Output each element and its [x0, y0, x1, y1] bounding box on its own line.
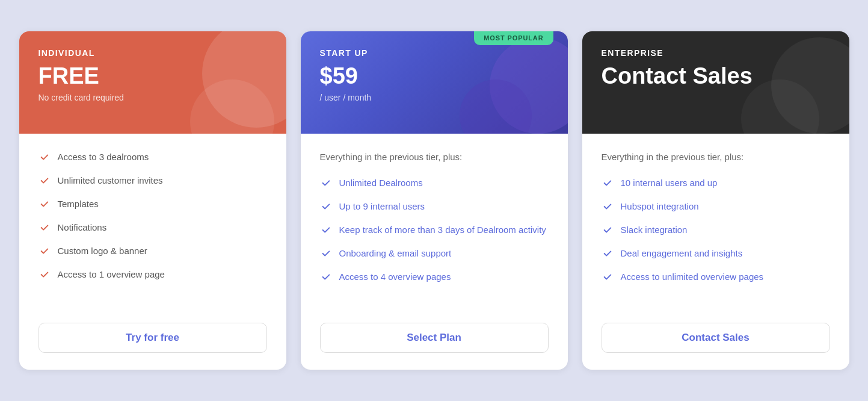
check-icon: [38, 269, 51, 281]
feature-text: Hubspot integration: [621, 200, 699, 213]
list-item: Slack integration: [602, 223, 830, 236]
check-icon: [38, 175, 51, 187]
enterprise-intro: Everything in the previous tier, plus:: [602, 151, 830, 164]
list-item: Access to 1 overview page: [38, 268, 267, 281]
list-item: Hubspot integration: [602, 200, 830, 213]
list-item: Templates: [38, 197, 267, 210]
feature-text: Access to unlimited overview pages: [621, 270, 764, 283]
feature-text: Custom logo & banner: [58, 244, 147, 257]
feature-text: 10 internal users and up: [621, 176, 718, 189]
feature-text: Deal engagement and insights: [621, 247, 743, 260]
feature-text: Access to 4 overview pages: [339, 270, 451, 283]
startup-feature-list: Unlimited DealroomsUp to 9 internal user…: [320, 176, 549, 294]
most-popular-badge: MOST POPULAR: [474, 31, 553, 45]
startup-price: $59: [320, 64, 549, 89]
individual-header: INDIVIDUALFREENo credit card required: [19, 31, 286, 134]
individual-tier-label: INDIVIDUAL: [38, 48, 267, 58]
check-icon: [38, 245, 51, 257]
plan-card-individual: INDIVIDUALFREENo credit card requiredAcc…: [19, 31, 286, 370]
list-item: Custom logo & banner: [38, 244, 267, 257]
individual-feature-list: Access to 3 dealroomsUnlimited customer …: [38, 151, 267, 294]
plan-card-startup: MOST POPULARSTART UP$59/ user / monthEve…: [301, 31, 568, 370]
individual-price-sub: No credit card required: [38, 93, 267, 102]
startup-header: MOST POPULARSTART UP$59/ user / month: [301, 31, 568, 134]
enterprise-price: Contact Sales: [602, 64, 830, 89]
list-item: Deal engagement and insights: [602, 247, 830, 260]
feature-text: Templates: [58, 197, 99, 210]
feature-text: Slack integration: [621, 223, 688, 236]
feature-text: Onboarding & email support: [339, 247, 452, 260]
feature-text: Notifications: [58, 221, 107, 234]
check-icon: [38, 222, 51, 234]
individual-body: Access to 3 dealroomsUnlimited customer …: [19, 134, 286, 311]
individual-price: FREE: [38, 64, 267, 89]
check-icon: [602, 200, 614, 213]
pricing-container: INDIVIDUALFREENo credit card requiredAcc…: [19, 31, 849, 370]
feature-text: Unlimited Dealrooms: [339, 176, 423, 189]
list-item: Onboarding & email support: [320, 247, 549, 260]
feature-text: Access to 3 dealrooms: [58, 151, 149, 163]
individual-cta-button[interactable]: Try for free: [38, 323, 267, 353]
list-item: Access to 3 dealrooms: [38, 151, 267, 163]
startup-body: Everything in the previous tier, plus:Un…: [301, 134, 568, 311]
check-icon: [602, 271, 614, 283]
enterprise-body: Everything in the previous tier, plus:10…: [582, 134, 849, 311]
enterprise-header: ENTERPRISEContact Sales: [582, 31, 849, 134]
startup-tier-label: START UP: [320, 48, 549, 58]
list-item: Access to 4 overview pages: [320, 270, 549, 283]
enterprise-cta-button[interactable]: Contact Sales: [602, 323, 830, 353]
list-item: 10 internal users and up: [602, 176, 830, 189]
check-icon: [38, 151, 51, 163]
check-icon: [38, 198, 51, 210]
feature-text: Up to 9 internal users: [339, 200, 425, 213]
enterprise-feature-list: 10 internal users and upHubspot integrat…: [602, 176, 830, 294]
list-item: Access to unlimited overview pages: [602, 270, 830, 283]
startup-footer: Select Plan: [301, 311, 568, 370]
list-item: Notifications: [38, 221, 267, 234]
check-icon: [320, 271, 332, 283]
list-item: Unlimited customer invites: [38, 174, 267, 187]
plan-card-enterprise: ENTERPRISEContact SalesEverything in the…: [582, 31, 849, 370]
list-item: Unlimited Dealrooms: [320, 176, 549, 189]
individual-footer: Try for free: [19, 311, 286, 370]
check-icon: [320, 224, 332, 236]
check-icon: [602, 177, 614, 189]
enterprise-footer: Contact Sales: [582, 311, 849, 370]
enterprise-tier-label: ENTERPRISE: [602, 48, 830, 58]
startup-intro: Everything in the previous tier, plus:: [320, 151, 549, 164]
check-icon: [320, 177, 332, 189]
check-icon: [320, 200, 332, 213]
startup-price-sub: / user / month: [320, 93, 549, 102]
feature-text: Unlimited customer invites: [58, 174, 163, 187]
startup-cta-button[interactable]: Select Plan: [320, 323, 549, 353]
feature-text: Access to 1 overview page: [58, 268, 165, 281]
list-item: Keep track of more than 3 days of Dealro…: [320, 223, 549, 236]
list-item: Up to 9 internal users: [320, 200, 549, 213]
check-icon: [602, 247, 614, 260]
check-icon: [320, 247, 332, 260]
feature-text: Keep track of more than 3 days of Dealro…: [339, 223, 546, 236]
check-icon: [602, 224, 614, 236]
